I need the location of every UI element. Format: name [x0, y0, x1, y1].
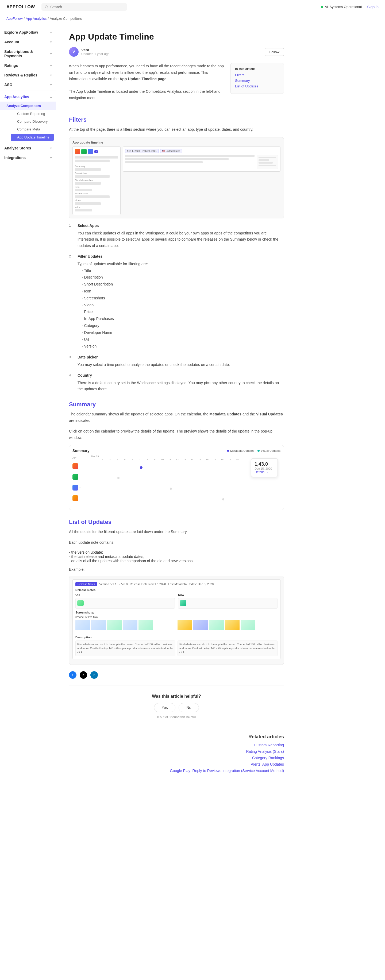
- facebook-icon[interactable]: f: [69, 671, 76, 679]
- chevron-down-icon: ▾: [50, 74, 52, 77]
- new-screenshots: [178, 620, 277, 630]
- sidebar-item-account[interactable]: Account ▾: [0, 37, 56, 47]
- updates-contains-title: Each update note contains:: [69, 539, 284, 546]
- author-time: Updated 1 year ago: [81, 52, 109, 56]
- sidebar-sub-compare-meta[interactable]: Compare Meta: [8, 126, 56, 133]
- example-label: Example:: [69, 567, 284, 571]
- in-article-title: In this article: [235, 67, 279, 71]
- sidebar-item-analyze-stores[interactable]: Analyze Stores ▾: [0, 143, 56, 153]
- popup-version: 1,43.0: [255, 461, 274, 467]
- search-bar[interactable]: [41, 3, 127, 11]
- update-version: Version 5.1.1 → 5.8.0: [99, 582, 128, 586]
- chevron-down-icon: ▾: [50, 52, 52, 55]
- filters-heading: Filters: [69, 116, 284, 123]
- sign-in-button[interactable]: Sign in: [367, 5, 379, 9]
- yes-button[interactable]: Yes: [154, 703, 176, 712]
- related-link-category-rankings[interactable]: Category Rankings: [69, 756, 284, 760]
- update-header: Release Notes Version 5.1.1 → 5.8.0 Rele…: [75, 582, 277, 586]
- visual-legend-dot: [258, 450, 259, 452]
- sidebar: Explore AppFollow ▾ Account ▾ Subscripti…: [0, 23, 56, 980]
- filter-type-list: Title Description Short Description Icon…: [82, 267, 148, 350]
- feedback-section: Was this article helpful? Yes No 0 out o…: [69, 685, 284, 728]
- screenshot-new-thumb-2: [193, 620, 208, 630]
- x-icon[interactable]: X: [80, 671, 87, 679]
- updates-description: All the details for the filtered updates…: [69, 529, 284, 535]
- related-link-rating-analysis[interactable]: Rating Analysis (Stars): [69, 749, 284, 754]
- screenshot-thumb-1: [75, 620, 90, 630]
- old-screenshots: [75, 620, 175, 630]
- updates-screenshot: Release Notes Version 5.1.1 → 5.8.0 Rele…: [69, 576, 284, 665]
- header-right: All Systems Operational Sign in: [321, 5, 379, 9]
- breadcrumb: AppFollow / App Analytics / Analyze Comp…: [0, 14, 385, 23]
- system-status: All Systems Operational: [321, 5, 362, 9]
- filter-item-4: 4 Country There is a default country set…: [69, 372, 284, 393]
- related-link-alerts[interactable]: Alerts: App Updates: [69, 762, 284, 767]
- header: APPFOLLOW All Systems Operational Sign i…: [0, 0, 385, 14]
- author-details: Vera Updated 1 year ago: [81, 48, 109, 56]
- summary-heading: Summary: [69, 401, 284, 408]
- chevron-down-icon: ▾: [50, 83, 52, 86]
- sidebar-item-integrations[interactable]: Integrations ▾: [0, 153, 56, 162]
- summary-description-2: Click on dot on the calendar to preview …: [69, 428, 284, 441]
- old-new-label: Release Notes: [75, 589, 277, 592]
- no-button[interactable]: No: [178, 703, 199, 712]
- page-layout: Explore AppFollow ▾ Account ▾ Subscripti…: [0, 23, 385, 980]
- sidebar-sub-analyze-competitors[interactable]: Analyze Competitors: [0, 102, 56, 110]
- sidebar-sub-compare-discovery[interactable]: Compare Discovery: [8, 118, 56, 126]
- screenshot-thumb-5: [138, 620, 153, 630]
- logo[interactable]: APPFOLLOW: [6, 5, 35, 10]
- update-item: Release Notes Version 5.1.1 → 5.8.0 Rele…: [72, 579, 280, 659]
- sidebar-item-aso[interactable]: ASO ▾: [0, 80, 56, 89]
- screenshot-new-thumb-1: [178, 620, 192, 630]
- chevron-up-icon: ▴: [50, 95, 52, 99]
- linkedin-icon[interactable]: in: [91, 671, 98, 679]
- search-icon: [45, 5, 48, 9]
- in-article-box: In this article Filters Summary List of …: [231, 63, 284, 94]
- sidebar-sub-app-update-timeline[interactable]: App Update Timeline: [11, 134, 54, 141]
- screenshot-new-thumb-3: [209, 620, 224, 630]
- in-article-link-updates[interactable]: List of Updates: [235, 84, 279, 88]
- in-article-link-filters[interactable]: Filters: [235, 73, 279, 77]
- feedback-buttons: Yes No: [69, 703, 284, 712]
- old-new-grid: Old New: [75, 593, 277, 609]
- page-title: App Update Timeline: [69, 32, 284, 42]
- related-link-google-play[interactable]: Google Play: Reply to Reviews Integratio…: [69, 768, 284, 773]
- screenshot-label: App update timeline: [72, 141, 280, 144]
- sidebar-sub-group: Custom Reporting Compare Discovery Compa…: [0, 110, 56, 141]
- avatar: V: [69, 47, 79, 57]
- sidebar-item-app-analytics[interactable]: App Analytics ▴: [0, 92, 56, 102]
- app-column: APP +: [72, 455, 91, 507]
- screenshot-thumb-3: [107, 620, 122, 630]
- in-article-link-summary[interactable]: Summary: [235, 79, 279, 83]
- screenshots-new: [178, 620, 277, 633]
- follow-button[interactable]: Follow: [265, 48, 284, 56]
- breadcrumb-app-analytics[interactable]: App Analytics: [25, 17, 46, 21]
- update-metadata-date: Last Metadata Update Dec 3, 2020: [168, 582, 214, 586]
- summary-screenshot: Summary Metadata Updates Visual Updates …: [69, 445, 284, 510]
- search-input[interactable]: [50, 5, 124, 9]
- sidebar-item-subscriptions[interactable]: Subscriptions & Payments ▾: [0, 47, 56, 61]
- breadcrumb-appfollow[interactable]: AppFollow: [6, 17, 23, 21]
- sidebar-item-ratings[interactable]: Ratings ▾: [0, 61, 56, 70]
- sidebar-sub-custom-reporting[interactable]: Custom Reporting: [8, 110, 56, 118]
- chevron-down-icon: ▾: [50, 147, 52, 150]
- popup-date: Dec 15, 2020: [255, 467, 274, 470]
- sidebar-item-explore[interactable]: Explore AppFollow ▾: [0, 27, 56, 37]
- popup-details-link[interactable]: Details →: [255, 470, 269, 474]
- svg-point-0: [45, 6, 47, 8]
- sidebar-item-reviews[interactable]: Reviews & Replies ▾: [0, 70, 56, 80]
- author-name: Vera: [81, 48, 109, 52]
- author-row: V Vera Updated 1 year ago Follow: [69, 47, 284, 57]
- chevron-down-icon: ▾: [50, 156, 52, 159]
- filters-screenshot-box: App update timeline 3 Summary Descriptio…: [69, 137, 284, 218]
- filters-list: 1 Select Apps You can check updates of a…: [69, 223, 284, 393]
- chevron-down-icon: ▾: [50, 64, 52, 67]
- filter-item-1: 1 Select Apps You can check updates of a…: [69, 223, 284, 249]
- related-link-custom-reporting[interactable]: Custom Reporting: [69, 743, 284, 747]
- screenshot-new-thumb-5: [240, 620, 255, 630]
- main-content: App Update Timeline V Vera Updated 1 yea…: [56, 23, 297, 980]
- feedback-title: Was this article helpful?: [69, 694, 284, 699]
- screenshot-thumb-4: [123, 620, 137, 630]
- update-badge: Release Notes: [75, 582, 97, 586]
- updates-bullets: - the version update; - the last release…: [69, 550, 284, 563]
